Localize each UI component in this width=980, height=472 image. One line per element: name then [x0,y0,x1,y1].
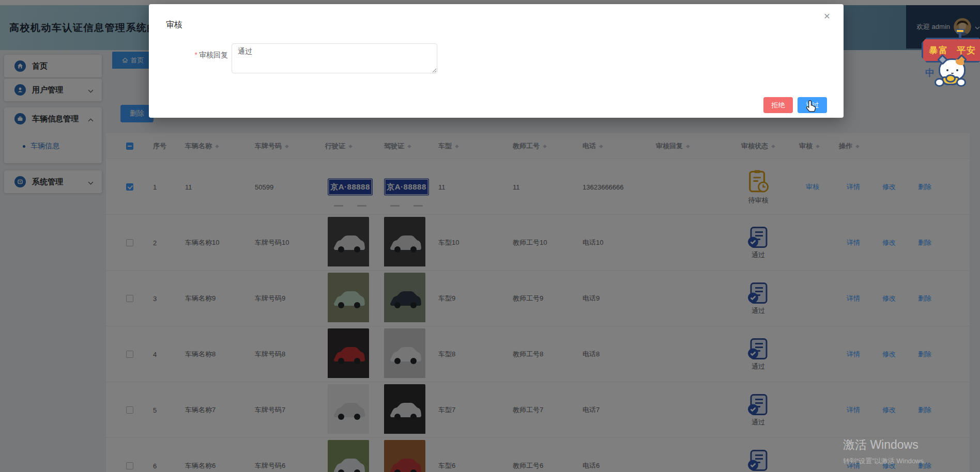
reply-field-label: *审核回复 [149,51,228,60]
page: 高校机动车认证信息管理系统的设计与 欢迎 admin 首页 [0,0,980,472]
reject-button[interactable]: 拒绝 [763,97,793,113]
dialog-title: 审核 [166,20,182,30]
required-asterisk: * [195,51,197,59]
reply-textarea[interactable]: 通过 [232,43,437,73]
close-icon[interactable]: × [824,10,830,21]
audit-dialog: 审核 × *审核回复 通过 拒绝 通过 [149,4,844,118]
approve-button[interactable]: 通过 [798,97,827,113]
